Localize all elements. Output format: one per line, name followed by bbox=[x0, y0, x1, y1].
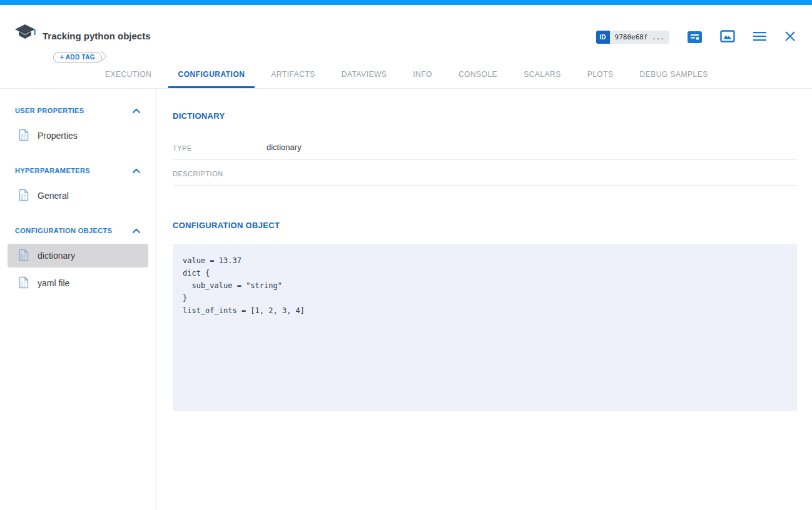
document-icon bbox=[19, 129, 29, 143]
section-user-properties: USER PROPERTIES Properties bbox=[0, 105, 156, 148]
section-configuration-objects: CONFIGURATION OBJECTS dicti bbox=[0, 225, 156, 295]
field-row-type: TYPE dictionary bbox=[173, 134, 797, 160]
experiment-header: Tracking python objects + ADD TAG ID 978… bbox=[0, 5, 812, 89]
section-header-user-properties[interactable]: USER PROPERTIES bbox=[0, 105, 156, 116]
id-value: 9780e68f ... bbox=[610, 31, 669, 44]
chevron-up-icon[interactable] bbox=[132, 165, 141, 176]
field-label: TYPE bbox=[173, 142, 266, 152]
section-items: General bbox=[0, 184, 156, 208]
image-view-button[interactable] bbox=[720, 30, 735, 44]
experiment-type-icon bbox=[14, 24, 36, 44]
sidebar-item-label: Properties bbox=[38, 131, 78, 141]
configuration-object-title: CONFIGURATION OBJECT bbox=[173, 221, 797, 230]
tab-plots[interactable]: PLOTS bbox=[577, 62, 624, 88]
tab-execution[interactable]: EXECUTION bbox=[95, 62, 162, 88]
tab-configuration[interactable]: CONFIGURATION bbox=[168, 62, 255, 88]
sidebar-item-label: dictionary bbox=[38, 251, 75, 261]
tab-scalars[interactable]: SCALARS bbox=[514, 62, 571, 88]
object-fields: TYPE dictionary DESCRIPTION bbox=[173, 134, 797, 186]
configuration-detail-panel: DICTIONARY TYPE dictionary DESCRIPTION C… bbox=[157, 89, 812, 510]
configuration-object-viewer[interactable]: value = 13.37 dict { sub_value = "string… bbox=[173, 244, 797, 411]
document-icon bbox=[19, 276, 29, 291]
document-icon bbox=[19, 249, 29, 263]
tab-info[interactable]: INFO bbox=[403, 62, 442, 88]
section-title: HYPERPARAMETERS bbox=[15, 167, 90, 174]
field-row-description: DESCRIPTION bbox=[173, 160, 797, 186]
menu-icon bbox=[753, 31, 766, 43]
sidebar-item-label: yaml file bbox=[38, 278, 69, 288]
configuration-code: value = 13.37 dict { sub_value = "string… bbox=[183, 254, 787, 317]
image-icon bbox=[720, 30, 735, 44]
configuration-sidebar: USER PROPERTIES Properties bbox=[0, 89, 156, 510]
tab-bar: EXECUTION CONFIGURATION ARTIFACTS DATAVI… bbox=[95, 62, 718, 88]
header-actions: ID 9780e68f ... bbox=[596, 29, 796, 45]
chevron-up-icon[interactable] bbox=[132, 105, 141, 116]
top-status-bar bbox=[0, 0, 812, 5]
close-icon bbox=[784, 31, 796, 44]
section-title: USER PROPERTIES bbox=[15, 107, 84, 114]
section-items: Properties bbox=[0, 124, 156, 148]
section-items: dictionary yaml file bbox=[0, 244, 156, 295]
section-header-hyperparameters[interactable]: HYPERPARAMETERS bbox=[0, 165, 156, 176]
experiment-title: Tracking python objects bbox=[43, 31, 151, 41]
document-icon bbox=[19, 189, 29, 203]
close-button[interactable] bbox=[784, 31, 796, 44]
sidebar-item-properties[interactable]: Properties bbox=[8, 124, 148, 148]
menu-button[interactable] bbox=[753, 31, 766, 43]
chevron-up-icon[interactable] bbox=[132, 225, 141, 236]
object-title: DICTIONARY bbox=[173, 111, 797, 121]
field-value: dictionary bbox=[266, 142, 302, 152]
field-label: DESCRIPTION bbox=[173, 168, 266, 178]
details-view-button[interactable] bbox=[688, 31, 702, 43]
id-label: ID bbox=[596, 31, 610, 44]
section-header-configuration-objects[interactable]: CONFIGURATION OBJECTS bbox=[0, 225, 156, 236]
sidebar-item-dictionary[interactable]: dictionary bbox=[8, 244, 148, 268]
sidebar-item-label: General bbox=[38, 191, 69, 201]
details-icon bbox=[688, 31, 702, 43]
tab-console[interactable]: CONSOLE bbox=[449, 62, 507, 88]
add-tag-button[interactable]: + ADD TAG bbox=[53, 52, 102, 63]
tab-dataviews[interactable]: DATAVIEWS bbox=[332, 62, 397, 88]
tab-artifacts[interactable]: ARTIFACTS bbox=[261, 62, 325, 88]
section-hyperparameters: HYPERPARAMETERS General bbox=[0, 165, 156, 208]
section-title: CONFIGURATION OBJECTS bbox=[15, 227, 112, 234]
tab-debug-samples[interactable]: DEBUG SAMPLES bbox=[630, 62, 718, 88]
experiment-id-badge[interactable]: ID 9780e68f ... bbox=[596, 31, 669, 44]
sidebar-item-general[interactable]: General bbox=[8, 184, 148, 208]
sidebar-item-yaml-file[interactable]: yaml file bbox=[8, 271, 148, 295]
